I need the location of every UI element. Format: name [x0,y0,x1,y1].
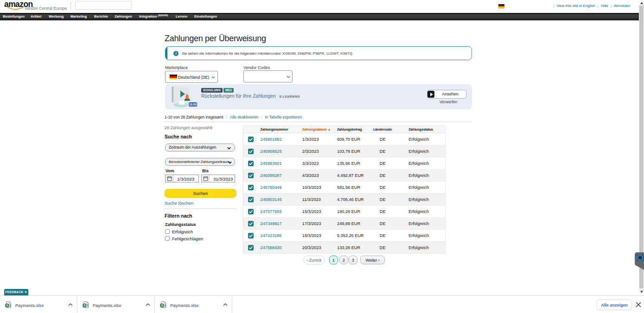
svg-text:X: X [83,304,86,307]
svg-text:X: X [161,304,163,307]
svg-text:X: X [6,304,8,307]
